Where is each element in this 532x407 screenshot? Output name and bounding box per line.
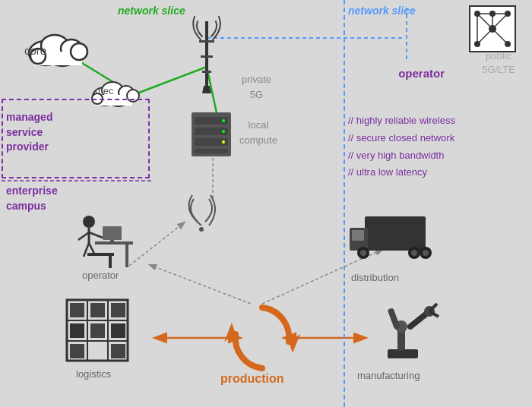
svg-point-60 [423, 250, 429, 256]
svg-rect-66 [70, 303, 84, 317]
vertical-divider [344, 0, 345, 407]
svg-rect-71 [111, 323, 125, 338]
svg-point-46 [83, 216, 95, 228]
svg-rect-34 [195, 128, 228, 135]
svg-point-88 [474, 41, 480, 47]
svg-point-37 [222, 140, 225, 144]
svg-point-39 [199, 227, 204, 232]
svg-line-11 [152, 266, 251, 304]
svg-marker-74 [289, 334, 300, 353]
logistics-label: logistics [76, 368, 111, 380]
svg-line-91 [477, 14, 492, 29]
svg-rect-32 [195, 117, 228, 125]
svg-point-22 [119, 86, 134, 99]
svg-rect-31 [192, 112, 231, 156]
operator-right-label: operator [398, 67, 445, 80]
svg-line-80 [410, 311, 429, 327]
private-5g-label: private5G [242, 72, 271, 102]
svg-rect-42 [95, 241, 133, 245]
managed-service-label: managedserviceprovider [6, 110, 52, 155]
network-slice-left-label: network slice [118, 5, 185, 17]
svg-rect-38 [195, 149, 228, 153]
svg-line-51 [89, 243, 95, 255]
core-label: core [24, 44, 46, 57]
svg-line-92 [492, 14, 508, 29]
svg-line-94 [492, 29, 508, 44]
svg-point-55 [357, 247, 369, 259]
svg-point-35 [222, 130, 225, 133]
svg-rect-76 [388, 349, 418, 358]
svg-rect-73 [111, 344, 125, 358]
svg-line-93 [477, 29, 492, 44]
svg-point-78 [395, 320, 407, 333]
svg-rect-52 [365, 216, 426, 251]
svg-rect-70 [90, 323, 105, 338]
svg-line-83 [429, 311, 439, 317]
svg-point-81 [424, 306, 435, 317]
svg-point-15 [61, 39, 82, 58]
svg-point-87 [505, 11, 511, 17]
svg-marker-30 [202, 86, 211, 93]
production-label: production [220, 372, 284, 386]
svg-point-58 [411, 250, 417, 256]
svg-point-13 [47, 43, 78, 66]
svg-point-89 [505, 41, 511, 47]
svg-point-57 [408, 247, 420, 259]
enterprise-campus-label: enterprisecampus [6, 184, 58, 213]
svg-rect-44 [103, 226, 122, 240]
svg-point-90 [489, 11, 496, 17]
mec-label: mec [95, 85, 114, 96]
svg-line-2 [207, 67, 220, 131]
feature-latency: // ultra low latency [348, 166, 427, 178]
svg-rect-61 [67, 300, 128, 361]
svg-point-59 [420, 247, 432, 259]
feature-bandwidth: // very high bandwidth [348, 150, 444, 161]
feature-secure: // secure closed network [348, 132, 454, 144]
svg-line-49 [78, 232, 89, 240]
svg-line-1 [133, 67, 207, 95]
svg-rect-69 [70, 323, 84, 338]
features-list: // highly reliable wireless // secure cl… [348, 112, 455, 181]
svg-rect-53 [350, 228, 368, 251]
svg-point-86 [474, 11, 480, 17]
svg-point-85 [489, 25, 496, 33]
svg-line-6 [129, 224, 182, 266]
svg-rect-27 [199, 40, 214, 43]
svg-rect-28 [201, 55, 213, 58]
svg-line-82 [429, 304, 437, 311]
svg-rect-40 [87, 253, 114, 256]
manufacturing-label: manufacturing [357, 370, 420, 381]
svg-rect-79 [388, 308, 401, 330]
local-compute-label: localcompute [239, 118, 277, 147]
svg-line-48 [89, 232, 103, 238]
svg-rect-23 [94, 95, 132, 106]
svg-rect-68 [111, 303, 125, 317]
svg-rect-77 [397, 327, 405, 351]
svg-point-25 [127, 90, 139, 102]
svg-rect-45 [110, 240, 114, 243]
distribution-label: distribution [351, 272, 399, 283]
svg-rect-29 [202, 71, 211, 73]
svg-point-33 [222, 119, 225, 122]
svg-point-56 [360, 250, 366, 256]
svg-rect-36 [195, 138, 228, 146]
svg-rect-26 [205, 21, 208, 93]
operator-person-label: operator [82, 270, 119, 281]
svg-rect-84 [470, 6, 515, 52]
svg-marker-75 [224, 323, 236, 342]
svg-line-50 [84, 243, 89, 257]
svg-rect-54 [352, 230, 364, 241]
svg-rect-41 [109, 253, 112, 268]
public-5g-label: public5G/LTE [482, 49, 515, 77]
svg-point-18 [71, 43, 87, 60]
network-slice-right-label: network slice [348, 5, 416, 17]
svg-rect-43 [125, 245, 128, 267]
svg-rect-72 [70, 344, 84, 358]
feature-reliable: // highly reliable wireless [348, 115, 455, 126]
svg-rect-67 [90, 303, 105, 317]
